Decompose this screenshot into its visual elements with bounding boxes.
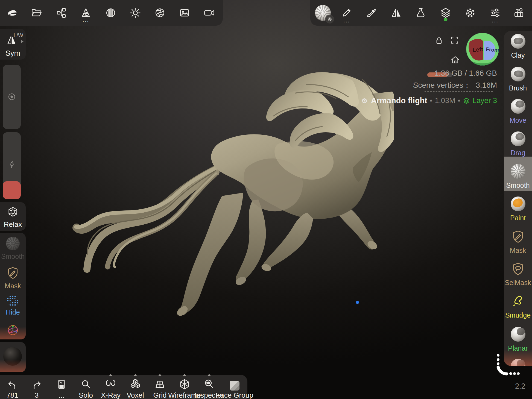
voxel-cubes-icon — [129, 378, 142, 391]
horse-model — [55, 51, 394, 329]
intensity-fill — [3, 181, 21, 199]
nomad-logo-icon[interactable] — [5, 7, 18, 19]
symmetry-icon[interactable] — [390, 7, 402, 19]
experimental-flask-icon[interactable] — [415, 7, 427, 19]
expand-caret[interactable] — [183, 374, 186, 376]
background-image-icon[interactable] — [179, 7, 191, 19]
expand-caret[interactable] — [158, 374, 162, 376]
painting-brush-icon[interactable] — [366, 7, 378, 19]
scene-vertices-label: Scene vertices： — [413, 81, 471, 89]
expand-caret[interactable] — [207, 374, 211, 376]
mask-shield-icon — [511, 230, 525, 244]
smooth-brush-icon — [6, 237, 20, 250]
clay-brush-icon — [511, 34, 525, 49]
tool-label: Clay — [511, 51, 525, 59]
sym-expand-caret[interactable] — [21, 40, 24, 43]
tool-next-partial[interactable] — [504, 359, 532, 366]
node-editor-icon[interactable] — [55, 7, 68, 19]
lock-icon[interactable] — [434, 36, 444, 46]
solo-magnifier-icon — [80, 379, 92, 391]
orientation-cube[interactable]: Left Front — [466, 32, 499, 66]
grid-icon — [154, 378, 166, 391]
gizmo-icon[interactable] — [6, 324, 19, 337]
intensity-icon — [7, 160, 17, 169]
tool-label: SelMask — [505, 279, 531, 287]
tool-selmask[interactable]: SelMask — [504, 262, 532, 287]
memory-usage-text: 1.36 GB / 1.66 GB — [434, 69, 497, 78]
toolbox-icon[interactable] — [513, 7, 525, 19]
relax-label: Relax — [0, 220, 26, 229]
left-hide-button[interactable]: Hide — [0, 295, 26, 316]
matcap-icon[interactable] — [105, 7, 117, 19]
scene-overflow-dots: ... — [83, 16, 89, 24]
brush-rail: Clay Brush Move Drag Smooth Paint Mask — [504, 31, 532, 366]
expand-caret[interactable] — [133, 374, 137, 376]
relax-web-icon — [7, 206, 19, 218]
nav-face-left-label: Left — [472, 46, 483, 53]
tool-move[interactable]: Move — [504, 99, 532, 124]
smudge-finger-icon — [511, 294, 525, 309]
toolbar-bottom: 781 3 ... Solo X-Ray — [0, 375, 247, 399]
tool-label: Move — [510, 116, 526, 124]
move-brush-icon — [511, 99, 525, 114]
selected-object-row[interactable]: Armando flight • 1.03M • Layer 3 — [360, 96, 497, 105]
render-icon[interactable] — [154, 7, 166, 19]
files-icon[interactable] — [31, 7, 43, 19]
settings-gear-icon[interactable] — [464, 7, 476, 19]
fullscreen-icon[interactable] — [450, 35, 460, 45]
sym-label: Sym — [0, 49, 26, 58]
left-smooth-label: Smooth — [1, 253, 25, 260]
layers-icon — [463, 97, 470, 104]
undo-icon — [6, 379, 18, 391]
home-icon[interactable] — [450, 55, 460, 65]
paint-brush-icon — [511, 196, 525, 211]
interface-overflow-dots: ... — [492, 17, 498, 24]
left-hide-label: Hide — [6, 308, 20, 316]
tool-brush[interactable]: Brush — [504, 67, 532, 92]
left-mask-label: Mask — [5, 282, 21, 290]
active-brush-preview[interactable] — [315, 5, 331, 21]
sculpt-viewport[interactable]: Left Front 1.36 GB / 1.66 GB Scene verti… — [0, 0, 532, 399]
radius-slider[interactable] — [3, 65, 21, 129]
tool-label: Planar — [508, 344, 528, 352]
left-smooth-button[interactable]: Smooth — [0, 237, 26, 260]
redo-icon — [31, 379, 43, 391]
tool-mask[interactable]: Mask — [504, 230, 532, 254]
relax-button[interactable]: Relax — [0, 202, 26, 231]
object-name: Armando flight — [371, 96, 427, 105]
tool-planar[interactable]: Planar — [504, 327, 532, 352]
left-mask-button[interactable]: Mask — [0, 266, 26, 290]
tool-clay[interactable]: Clay — [504, 34, 532, 59]
tool-label: Mask — [510, 247, 526, 254]
facegroup-button[interactable]: Face Group — [218, 375, 251, 399]
tool-drag[interactable]: Drag — [504, 131, 532, 157]
facegroup-label: Face Group — [216, 391, 253, 399]
tool-label: Paint — [510, 214, 526, 222]
wireframe-icon — [178, 378, 191, 391]
object-vertex-count: 1.03M — [435, 96, 455, 105]
hide-dotted-icon — [7, 295, 19, 306]
separator-dot: • — [458, 96, 460, 105]
tool-smooth[interactable]: Smooth — [504, 164, 532, 189]
partial-brush-icon — [511, 359, 525, 366]
lighting-icon[interactable] — [129, 7, 141, 19]
expand-caret[interactable] — [109, 374, 113, 376]
symmetry-panel[interactable]: L/W Sym — [0, 29, 26, 60]
material-preview-panel[interactable] — [0, 342, 26, 372]
stroke-overflow-dots: ... — [343, 17, 350, 24]
camera-icon[interactable] — [203, 7, 215, 19]
tool-paint[interactable]: Paint — [504, 196, 532, 222]
inspector-icon — [203, 378, 215, 391]
mesh-sphere-icon — [360, 97, 369, 105]
brush-cursor-dot — [356, 301, 359, 304]
layers-active-dot — [444, 18, 448, 21]
tool-label: Smooth — [506, 181, 530, 189]
tool-smudge[interactable]: Smudge — [504, 294, 532, 319]
separator-dot: • — [430, 96, 432, 105]
symmetry-toggle-icon — [5, 34, 18, 46]
active-layer-label: Layer 3 — [472, 96, 497, 105]
tool-label: Brush — [509, 84, 527, 92]
brush-settings-badge[interactable] — [325, 15, 334, 24]
layers-stack-icon[interactable] — [440, 7, 452, 19]
toolbar-top-right: ... ... — [310, 0, 532, 26]
